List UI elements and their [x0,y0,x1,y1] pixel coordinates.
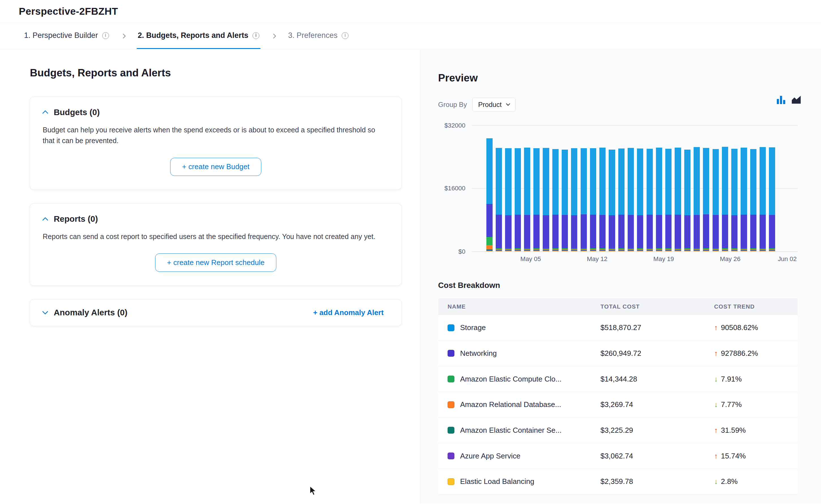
bar-segment-networking [515,215,521,249]
top-bar: Perspective-2FBZHT [0,0,821,23]
reports-card-title: Reports (0) [54,214,98,224]
trend-down-arrow-icon: ↓ [714,375,718,383]
stacked-bar [543,148,549,251]
bar-segment-storage [543,148,549,215]
series-color-swatch [448,324,454,331]
chart-x-axis: May 05May 12May 19May 26Jun 02 [472,252,798,263]
row-name-cell: Azure App Service [448,452,600,460]
bar-segment-storage [552,149,558,215]
area-chart-icon[interactable] [791,95,801,104]
trend-up-arrow-icon: ↑ [714,452,718,460]
table-row: Amazon Relational Database...$3,269.74↓7… [438,392,798,418]
trend-value: 927886.2% [721,349,758,357]
stacked-bar [581,148,587,251]
step-perspective-builder[interactable]: 1. Perspective Builder i [23,23,110,49]
bar-segment-networking [505,215,511,249]
bar-segment-networking [618,215,625,248]
stacked-bar [741,148,747,251]
bar-segment-networking [524,215,530,249]
step-budgets-reports-alerts[interactable]: 2. Budgets, Reports and Alerts i [137,23,261,49]
series-color-swatch [448,350,454,357]
x-tick-label: May 26 [720,255,741,263]
trend-up-arrow-icon: ↑ [714,426,718,434]
row-name: Azure App Service [460,452,520,460]
row-name: Amazon Relational Database... [460,400,561,409]
step-separator [121,23,125,49]
series-color-swatch [448,401,454,408]
bar-segment-storage [741,148,747,215]
info-icon[interactable]: i [102,32,109,39]
trend-down-arrow-icon: ↓ [714,400,718,409]
bar-chart-icon[interactable] [777,95,786,104]
group-by-row: Group By Product [438,98,798,111]
bar-segment-storage [769,147,775,215]
bar-segment-storage [665,149,672,215]
budgets-description: Budget can help you receive alerts when … [43,124,387,146]
info-icon[interactable]: i [342,32,349,39]
stacked-bar [647,149,653,251]
trend-value: 2.8% [721,477,738,486]
trend-down-arrow-icon: ↓ [714,477,718,486]
row-name-cell: Amazon Elastic Container Se... [448,426,600,434]
reports-description: Reports can send a cost report to specif… [43,231,387,242]
chart-plot-area [472,125,798,252]
bar-segment-networking [684,215,691,249]
chevron-right-icon [121,33,126,38]
stacked-bar [609,150,615,251]
add-anomaly-alert-button[interactable]: + add Anomaly Alert [313,309,389,317]
step-preferences[interactable]: 3. Preferences i [287,23,350,49]
chart-type-toggle [777,95,801,104]
anomaly-alerts-card-title: Anomaly Alerts (0) [54,308,127,317]
bar-segment-storage [533,148,539,215]
bar-segment-storage [524,148,530,215]
bar-segment-networking [647,215,653,249]
create-report-schedule-button[interactable]: + create new Report schedule [155,253,276,272]
chevron-right-icon [271,33,276,38]
create-budget-button[interactable]: + create new Budget [170,158,261,176]
bar-segment-elastic-load-balancing [486,251,493,251]
x-tick-label: May 19 [654,255,674,263]
bar-segment-storage [609,150,615,215]
row-total-cost: $14,344.28 [600,375,714,383]
series-color-swatch [448,478,454,485]
stacked-bar [618,148,625,251]
reports-card-header[interactable]: Reports (0) [43,214,389,224]
bar-segment-networking [609,215,615,248]
row-total-cost: $260,949.72 [600,349,714,357]
row-cost-trend: ↑31.59% [714,426,798,434]
stacked-bar [750,149,757,251]
chevron-down-icon [42,309,48,315]
budgets-card-title: Budgets (0) [54,107,100,117]
bar-segment-networking [581,214,587,248]
row-total-cost: $3,225.29 [600,426,714,434]
row-name: Storage [460,324,486,332]
info-icon[interactable]: i [253,32,259,39]
bar-segment-networking [571,215,577,249]
group-by-value: Product [478,101,502,109]
stacked-bar [533,148,539,251]
stacked-bar [703,148,709,251]
stacked-bar [590,148,596,251]
bar-segment-storage [675,148,681,215]
preview-panel: Preview Group By Product $32000 $16000 $… [420,49,821,503]
anomaly-alerts-card-header[interactable]: Anomaly Alerts (0) [43,308,127,317]
cost-table-header: NAME TOTAL COST COST TREND [438,298,798,315]
row-total-cost: $3,269.74 [600,400,714,409]
bar-segment-storage [684,150,691,215]
budgets-reports-alerts-panel: Budgets, Reports and Alerts Budgets (0) … [0,49,420,503]
bar-segment-storage [618,148,625,215]
stacked-bar [524,148,530,251]
budgets-card-header[interactable]: Budgets (0) [43,107,389,117]
trend-up-arrow-icon: ↑ [714,349,718,357]
bar-segment-networking [496,215,502,248]
bar-segment-networking [731,215,738,249]
stacked-bar [769,147,775,251]
trend-up-arrow-icon: ↑ [714,324,718,332]
series-color-swatch [448,453,454,459]
cost-breakdown-table: NAME TOTAL COST COST TREND Storage$518,8… [438,298,798,495]
stacked-bar [599,148,605,251]
stacked-bar [665,149,672,251]
bar-segment-storage [703,148,709,215]
y-tick-label: $0 [458,248,465,255]
group-by-select[interactable]: Product [472,98,515,111]
